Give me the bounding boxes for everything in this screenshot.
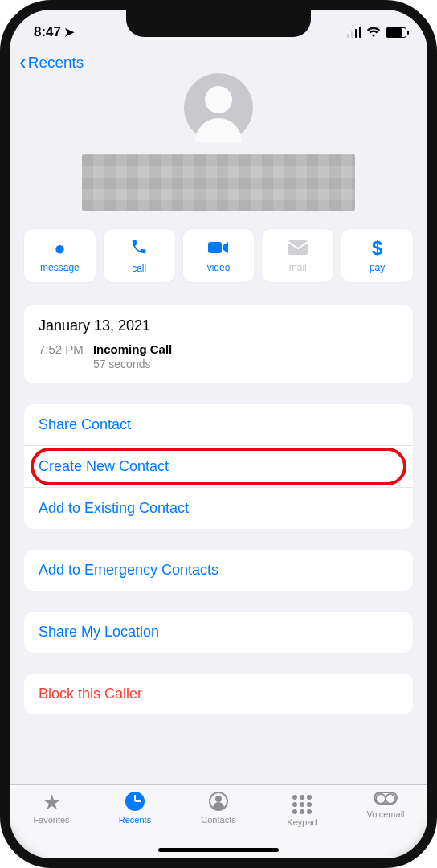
back-button[interactable]: ‹ Recents [19,50,84,75]
svg-rect-0 [208,242,222,253]
message-icon: ● [54,239,66,258]
share-location-label: Share My Location [39,624,159,640]
wifi-icon [366,26,381,39]
contact-header [24,73,413,211]
call-log-card: January 13, 2021 7:52 PM Incoming Call 5… [24,305,413,383]
tab-contacts[interactable]: Contacts [177,792,260,825]
emergency-card: Add to Emergency Contacts [24,550,413,591]
battery-icon [386,27,406,38]
block-caller-label: Block this Caller [39,686,142,702]
call-entry: 7:52 PM Incoming Call 57 seconds [39,342,398,371]
clock-time: 8:47 [34,24,61,40]
video-icon [208,239,229,258]
message-label: message [40,262,80,273]
voicemail-icon [374,792,398,805]
add-emergency-link[interactable]: Add to Emergency Contacts [24,550,413,591]
contact-actions-card: Share Contact Create New Contact Add to … [24,404,413,529]
status-time: 8:47 ➤ [34,24,75,40]
back-label: Recents [28,54,84,72]
call-time: 7:52 PM [39,342,84,371]
chevron-left-icon: ‹ [19,50,27,75]
tab-voicemail-label: Voicemail [366,809,404,819]
add-emergency-label: Add to Emergency Contacts [39,562,218,578]
tab-recents[interactable]: Recents [93,792,177,825]
tab-keypad[interactable]: Keypad [260,792,344,827]
mail-label: mail [289,262,307,273]
person-circle-icon [209,792,228,811]
create-new-contact-label: Create New Contact [39,458,169,474]
call-duration: 57 seconds [93,358,172,371]
call-label: call [132,263,146,274]
call-type: Incoming Call [93,342,172,356]
dollar-icon: $ [372,239,382,258]
share-contact-link[interactable]: Share Contact [24,404,413,445]
iphone-frame: 8:47 ➤ ‹ Recents ● messa [0,0,437,868]
home-indicator[interactable] [158,848,279,852]
pay-button[interactable]: $ pay [341,229,413,282]
block-caller-card: Block this Caller [24,674,413,714]
pay-label: pay [370,262,385,273]
quick-actions-row: ● message call video mail [24,229,413,282]
device-notch [126,10,311,37]
tab-bar: ★ Favorites Recents Contacts Keypad Voic… [10,784,427,858]
star-icon: ★ [10,792,93,813]
tab-voicemail[interactable]: Voicemail [344,792,427,819]
status-icons [347,26,406,39]
create-new-contact-link[interactable]: Create New Contact [24,445,413,487]
tab-favorites[interactable]: ★ Favorites [10,792,93,825]
tab-contacts-label: Contacts [201,815,235,825]
location-arrow-icon: ➤ [64,25,75,39]
contact-name-redacted [82,154,355,211]
tab-favorites-label: Favorites [33,815,69,825]
call-button[interactable]: call [104,229,175,282]
phone-icon [130,238,148,259]
share-location-card: Share My Location [24,612,413,653]
mail-icon [288,239,308,258]
cell-signal-icon [347,27,361,38]
avatar-placeholder-icon [184,73,253,142]
tab-recents-label: Recents [119,815,151,825]
video-button[interactable]: video [183,229,255,282]
block-caller-link[interactable]: Block this Caller [24,674,413,714]
add-existing-contact-link[interactable]: Add to Existing Contact [24,487,413,529]
video-label: video [207,262,231,273]
keypad-icon [292,795,312,814]
clock-icon [125,792,145,811]
share-contact-label: Share Contact [39,416,131,432]
tab-keypad-label: Keypad [287,817,317,827]
call-date: January 13, 2021 [39,317,398,334]
share-location-link[interactable]: Share My Location [24,612,413,653]
add-existing-contact-label: Add to Existing Contact [39,500,189,516]
mail-button: mail [262,229,333,282]
message-button[interactable]: ● message [24,229,96,282]
